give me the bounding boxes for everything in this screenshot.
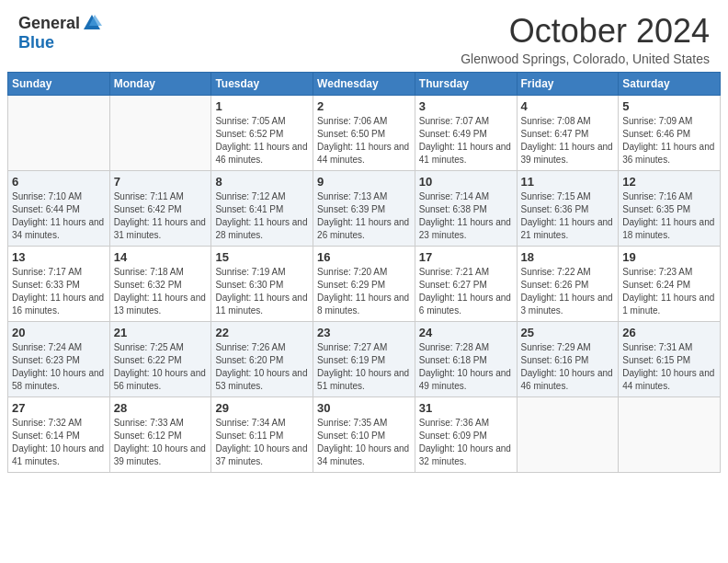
calendar-week-row: 27Sunrise: 7:32 AM Sunset: 6:14 PM Dayli… xyxy=(8,396,721,472)
calendar-cell: 5Sunrise: 7:09 AM Sunset: 6:46 PM Daylig… xyxy=(619,95,721,170)
day-number: 5 xyxy=(622,99,716,113)
day-info: Sunrise: 7:24 AM Sunset: 6:23 PM Dayligh… xyxy=(12,341,106,393)
logo-icon xyxy=(82,13,102,33)
day-info: Sunrise: 7:31 AM Sunset: 6:15 PM Dayligh… xyxy=(622,341,716,393)
calendar-cell: 31Sunrise: 7:36 AM Sunset: 6:09 PM Dayli… xyxy=(415,396,517,472)
calendar-cell: 2Sunrise: 7:06 AM Sunset: 6:50 PM Daylig… xyxy=(313,95,415,170)
calendar-week-row: 20Sunrise: 7:24 AM Sunset: 6:23 PM Dayli… xyxy=(8,321,721,396)
calendar-week-row: 1Sunrise: 7:05 AM Sunset: 6:52 PM Daylig… xyxy=(8,95,721,170)
calendar-cell: 25Sunrise: 7:29 AM Sunset: 6:16 PM Dayli… xyxy=(517,321,619,396)
day-number: 20 xyxy=(12,326,106,339)
calendar-header-row: SundayMondayTuesdayWednesdayThursdayFrid… xyxy=(8,72,721,95)
day-info: Sunrise: 7:33 AM Sunset: 6:12 PM Dayligh… xyxy=(114,417,208,468)
calendar-cell: 3Sunrise: 7:07 AM Sunset: 6:49 PM Daylig… xyxy=(415,95,517,170)
day-number: 7 xyxy=(114,175,208,189)
calendar-header-saturday: Saturday xyxy=(619,72,721,95)
day-number: 23 xyxy=(317,326,411,339)
day-number: 3 xyxy=(419,99,513,113)
day-info: Sunrise: 7:17 AM Sunset: 6:33 PM Dayligh… xyxy=(12,266,106,317)
day-number: 24 xyxy=(419,326,513,339)
calendar-cell: 9Sunrise: 7:13 AM Sunset: 6:39 PM Daylig… xyxy=(313,170,415,246)
calendar-header-monday: Monday xyxy=(109,72,211,95)
day-info: Sunrise: 7:14 AM Sunset: 6:38 PM Dayligh… xyxy=(419,190,513,242)
calendar-cell: 12Sunrise: 7:16 AM Sunset: 6:35 PM Dayli… xyxy=(619,170,721,246)
calendar-cell: 14Sunrise: 7:18 AM Sunset: 6:32 PM Dayli… xyxy=(109,246,211,321)
calendar-cell: 19Sunrise: 7:23 AM Sunset: 6:24 PM Dayli… xyxy=(619,246,721,321)
day-info: Sunrise: 7:35 AM Sunset: 6:10 PM Dayligh… xyxy=(317,417,411,468)
logo-general-text: General xyxy=(18,14,80,33)
calendar-cell xyxy=(619,396,721,472)
day-info: Sunrise: 7:21 AM Sunset: 6:27 PM Dayligh… xyxy=(419,266,513,317)
day-info: Sunrise: 7:08 AM Sunset: 6:47 PM Dayligh… xyxy=(521,115,615,167)
day-number: 25 xyxy=(521,326,615,339)
calendar-cell: 20Sunrise: 7:24 AM Sunset: 6:23 PM Dayli… xyxy=(8,321,110,396)
calendar-cell: 15Sunrise: 7:19 AM Sunset: 6:30 PM Dayli… xyxy=(211,246,313,321)
day-info: Sunrise: 7:06 AM Sunset: 6:50 PM Dayligh… xyxy=(317,115,411,167)
calendar-cell xyxy=(517,396,619,472)
calendar-cell: 21Sunrise: 7:25 AM Sunset: 6:22 PM Dayli… xyxy=(109,321,211,396)
calendar-week-row: 6Sunrise: 7:10 AM Sunset: 6:44 PM Daylig… xyxy=(8,170,721,246)
day-number: 2 xyxy=(317,99,411,113)
day-info: Sunrise: 7:25 AM Sunset: 6:22 PM Dayligh… xyxy=(114,341,208,393)
title-block: October 2024 Glenwood Springs, Colorado,… xyxy=(461,13,710,66)
day-number: 14 xyxy=(114,250,208,264)
day-number: 21 xyxy=(114,326,208,339)
day-info: Sunrise: 7:26 AM Sunset: 6:20 PM Dayligh… xyxy=(215,341,309,393)
calendar-cell: 22Sunrise: 7:26 AM Sunset: 6:20 PM Dayli… xyxy=(211,321,313,396)
calendar-cell: 18Sunrise: 7:22 AM Sunset: 6:26 PM Dayli… xyxy=(517,246,619,321)
day-number: 28 xyxy=(114,401,208,415)
calendar-cell: 13Sunrise: 7:17 AM Sunset: 6:33 PM Dayli… xyxy=(8,246,110,321)
day-info: Sunrise: 7:23 AM Sunset: 6:24 PM Dayligh… xyxy=(622,266,716,317)
day-number: 19 xyxy=(622,250,716,264)
day-number: 26 xyxy=(622,326,716,339)
calendar-header-sunday: Sunday xyxy=(8,72,110,95)
day-info: Sunrise: 7:32 AM Sunset: 6:14 PM Dayligh… xyxy=(12,417,106,468)
day-number: 30 xyxy=(317,401,411,415)
day-info: Sunrise: 7:18 AM Sunset: 6:32 PM Dayligh… xyxy=(114,266,208,317)
calendar-cell: 26Sunrise: 7:31 AM Sunset: 6:15 PM Dayli… xyxy=(619,321,721,396)
day-info: Sunrise: 7:09 AM Sunset: 6:46 PM Dayligh… xyxy=(622,115,716,167)
day-number: 9 xyxy=(317,175,411,189)
day-info: Sunrise: 7:29 AM Sunset: 6:16 PM Dayligh… xyxy=(521,341,615,393)
day-info: Sunrise: 7:07 AM Sunset: 6:49 PM Dayligh… xyxy=(419,115,513,167)
day-number: 11 xyxy=(521,175,615,189)
day-number: 31 xyxy=(419,401,513,415)
calendar-cell: 28Sunrise: 7:33 AM Sunset: 6:12 PM Dayli… xyxy=(109,396,211,472)
day-info: Sunrise: 7:15 AM Sunset: 6:36 PM Dayligh… xyxy=(521,190,615,242)
day-number: 22 xyxy=(215,326,309,339)
calendar-header-friday: Friday xyxy=(517,72,619,95)
day-info: Sunrise: 7:05 AM Sunset: 6:52 PM Dayligh… xyxy=(215,115,309,167)
day-info: Sunrise: 7:34 AM Sunset: 6:11 PM Dayligh… xyxy=(215,417,309,468)
calendar-container: SundayMondayTuesdayWednesdayThursdayFrid… xyxy=(0,72,728,482)
day-number: 4 xyxy=(521,99,615,113)
day-number: 17 xyxy=(419,250,513,264)
location-title: Glenwood Springs, Colorado, United State… xyxy=(461,52,710,66)
calendar-table: SundayMondayTuesdayWednesdayThursdayFrid… xyxy=(7,72,721,473)
day-info: Sunrise: 7:12 AM Sunset: 6:41 PM Dayligh… xyxy=(215,190,309,242)
day-info: Sunrise: 7:20 AM Sunset: 6:29 PM Dayligh… xyxy=(317,266,411,317)
day-number: 29 xyxy=(215,401,309,415)
calendar-cell: 7Sunrise: 7:11 AM Sunset: 6:42 PM Daylig… xyxy=(109,170,211,246)
calendar-header-tuesday: Tuesday xyxy=(211,72,313,95)
day-info: Sunrise: 7:16 AM Sunset: 6:35 PM Dayligh… xyxy=(622,190,716,242)
day-number: 1 xyxy=(215,99,309,113)
day-info: Sunrise: 7:13 AM Sunset: 6:39 PM Dayligh… xyxy=(317,190,411,242)
calendar-cell: 30Sunrise: 7:35 AM Sunset: 6:10 PM Dayli… xyxy=(313,396,415,472)
day-info: Sunrise: 7:11 AM Sunset: 6:42 PM Dayligh… xyxy=(114,190,208,242)
day-info: Sunrise: 7:28 AM Sunset: 6:18 PM Dayligh… xyxy=(419,341,513,393)
day-number: 18 xyxy=(521,250,615,264)
calendar-cell: 27Sunrise: 7:32 AM Sunset: 6:14 PM Dayli… xyxy=(8,396,110,472)
calendar-cell: 16Sunrise: 7:20 AM Sunset: 6:29 PM Dayli… xyxy=(313,246,415,321)
day-info: Sunrise: 7:22 AM Sunset: 6:26 PM Dayligh… xyxy=(521,266,615,317)
day-number: 15 xyxy=(215,250,309,264)
calendar-cell: 1Sunrise: 7:05 AM Sunset: 6:52 PM Daylig… xyxy=(211,95,313,170)
day-number: 6 xyxy=(12,175,106,189)
calendar-cell xyxy=(109,95,211,170)
day-number: 10 xyxy=(419,175,513,189)
calendar-cell: 10Sunrise: 7:14 AM Sunset: 6:38 PM Dayli… xyxy=(415,170,517,246)
calendar-cell: 11Sunrise: 7:15 AM Sunset: 6:36 PM Dayli… xyxy=(517,170,619,246)
day-number: 8 xyxy=(215,175,309,189)
calendar-cell: 8Sunrise: 7:12 AM Sunset: 6:41 PM Daylig… xyxy=(211,170,313,246)
day-info: Sunrise: 7:27 AM Sunset: 6:19 PM Dayligh… xyxy=(317,341,411,393)
calendar-cell: 23Sunrise: 7:27 AM Sunset: 6:19 PM Dayli… xyxy=(313,321,415,396)
